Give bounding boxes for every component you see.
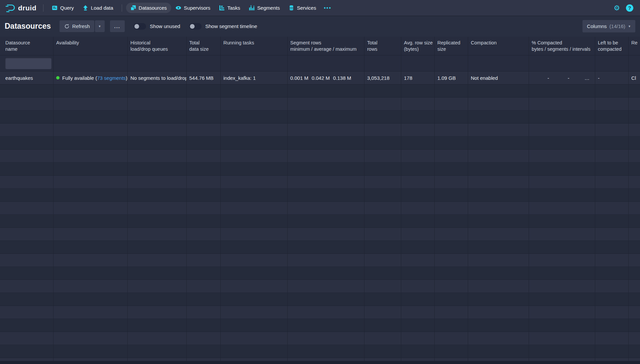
column-header-name[interactable]: Datasource name bbox=[0, 37, 54, 55]
empty-table-row bbox=[0, 163, 640, 176]
column-header-total_data_size[interactable]: Total data size bbox=[187, 37, 221, 55]
cell-value: 178 bbox=[404, 75, 412, 81]
column-header-label: Left to be compacted bbox=[598, 40, 622, 52]
empty-cell bbox=[401, 215, 435, 227]
column-header-total_rows[interactable]: Total rows bbox=[364, 37, 401, 55]
cell-left_to_compact[interactable]: - bbox=[595, 71, 629, 84]
empty-cell bbox=[595, 241, 629, 253]
empty-cell bbox=[288, 293, 364, 306]
empty-cell bbox=[221, 306, 288, 319]
column-header-pct_compacted[interactable]: % Compacted bytes / segments / intervals bbox=[529, 37, 595, 55]
empty-cell bbox=[187, 163, 221, 175]
empty-cell bbox=[529, 202, 595, 214]
empty-cell bbox=[401, 241, 435, 253]
empty-cell bbox=[221, 345, 288, 358]
empty-cell bbox=[54, 241, 128, 253]
more-actions-button[interactable]: ... bbox=[110, 20, 125, 32]
column-header-compaction[interactable]: Compaction bbox=[468, 37, 529, 55]
column-header-segment_rows[interactable]: Segment rows minimum / average / maximum bbox=[288, 37, 364, 55]
empty-cell bbox=[364, 163, 401, 175]
empty-cell bbox=[595, 345, 629, 358]
column-header-label: Availability bbox=[56, 40, 79, 46]
horizontal-scrollbar[interactable] bbox=[0, 361, 640, 364]
column-header-avg_row_size[interactable]: Avg. row size (bytes) bbox=[401, 37, 435, 55]
empty-cell bbox=[221, 84, 288, 97]
empty-cell bbox=[468, 124, 529, 136]
cell-compaction[interactable]: Not enabled bbox=[468, 71, 529, 84]
empty-cell bbox=[435, 254, 468, 266]
column-header-left_to_compact[interactable]: Left to be compacted bbox=[595, 37, 629, 55]
column-header-replicated_size[interactable]: Replicated size bbox=[435, 37, 468, 55]
gear-icon[interactable]: ⚙ bbox=[614, 4, 620, 11]
show-unused-toggle[interactable]: Show unused bbox=[133, 23, 180, 30]
empty-cell bbox=[54, 267, 128, 280]
nav-item-segments[interactable]: Segments bbox=[244, 3, 284, 13]
nav-item-tasks[interactable]: Tasks bbox=[215, 3, 244, 13]
cell-replicated_size[interactable]: 1.09 GB bbox=[435, 71, 468, 84]
nav-item-datasources[interactable]: Datasources bbox=[126, 3, 171, 13]
empty-cell bbox=[401, 176, 435, 188]
empty-cell bbox=[435, 150, 468, 162]
empty-cell bbox=[595, 84, 629, 97]
nav-more-button[interactable]: ••• bbox=[320, 3, 335, 13]
empty-cell bbox=[435, 267, 468, 280]
brand[interactable]: druid bbox=[5, 4, 39, 12]
pct-compacted-value: - bbox=[532, 75, 549, 81]
segments-link[interactable]: 73 segments bbox=[97, 75, 126, 81]
empty-cell bbox=[288, 98, 364, 110]
empty-cell bbox=[529, 84, 595, 97]
cell-name[interactable]: earthquakes bbox=[0, 71, 54, 84]
empty-cell bbox=[128, 215, 187, 227]
cell-availability[interactable]: Fully available (73 segments) bbox=[54, 71, 128, 84]
cell-total_data_size[interactable]: 544.76 MB bbox=[187, 71, 221, 84]
empty-cell bbox=[595, 137, 629, 149]
empty-cell bbox=[128, 345, 187, 358]
cell-queues[interactable]: No segments to load/drop bbox=[128, 71, 187, 84]
cell-total_rows[interactable]: 3,053,218 bbox=[364, 71, 401, 84]
refresh-interval-button[interactable]: ▼ bbox=[95, 20, 105, 32]
cell-segment_rows[interactable]: 0.001 M0.042 M0.138 M bbox=[288, 71, 364, 84]
empty-cell bbox=[128, 163, 187, 175]
empty-cell bbox=[288, 215, 364, 227]
empty-cell bbox=[187, 111, 221, 123]
empty-cell bbox=[288, 254, 364, 266]
empty-cell bbox=[595, 254, 629, 266]
nav-item-supervisors[interactable]: Supervisors bbox=[171, 3, 215, 13]
empty-table-row bbox=[0, 150, 640, 163]
empty-table-row bbox=[0, 241, 640, 254]
empty-cell bbox=[364, 241, 401, 253]
columns-button[interactable]: Columns (14/16) ▼ bbox=[582, 20, 635, 32]
help-icon[interactable]: ? bbox=[626, 4, 633, 12]
empty-cell bbox=[529, 124, 595, 136]
availability-dot-icon bbox=[56, 76, 60, 79]
column-header-availability[interactable]: Availability bbox=[54, 37, 128, 55]
refresh-button[interactable]: Refresh bbox=[60, 20, 94, 32]
filter-cell-left_to_compact bbox=[595, 55, 629, 71]
empty-cell bbox=[435, 111, 468, 123]
nav-item-query[interactable]: Query bbox=[47, 3, 78, 13]
empty-cell bbox=[364, 176, 401, 188]
empty-cell bbox=[187, 124, 221, 136]
cell-running_tasks[interactable]: index_kafka: 1 bbox=[221, 71, 288, 84]
empty-cell bbox=[221, 267, 288, 280]
empty-cell bbox=[54, 176, 128, 188]
empty-cell bbox=[529, 137, 595, 149]
nav-item-load-data[interactable]: Load data bbox=[78, 3, 118, 13]
chevron-down-icon: ▼ bbox=[628, 25, 631, 28]
cell-avg_row_size[interactable]: 178 bbox=[401, 71, 435, 84]
empty-table-row bbox=[0, 98, 640, 111]
column-header-running_tasks[interactable]: Running tasks bbox=[221, 37, 288, 55]
nav-item-services[interactable]: Services bbox=[284, 3, 321, 13]
empty-cell bbox=[128, 228, 187, 240]
show-segment-timeline-toggle[interactable]: Show segment timeline bbox=[189, 23, 257, 30]
empty-cell bbox=[468, 332, 529, 345]
empty-cell bbox=[364, 202, 401, 214]
empty-cell bbox=[629, 176, 640, 188]
cell-pct_compacted[interactable]: --… bbox=[529, 71, 595, 84]
column-header-retention[interactable]: Re bbox=[629, 37, 640, 55]
cell-retention[interactable]: Cl bbox=[629, 71, 640, 84]
empty-cell bbox=[468, 84, 529, 97]
datasource-filter-input[interactable] bbox=[5, 58, 51, 69]
column-header-queues[interactable]: Historical load/drop queues bbox=[128, 37, 187, 55]
empty-cell bbox=[54, 293, 128, 306]
